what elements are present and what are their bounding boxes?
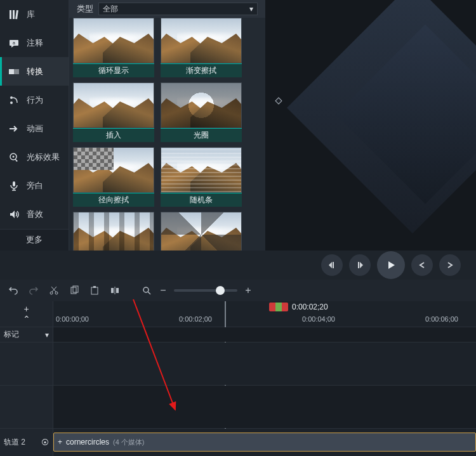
filter-label: 类型 bbox=[77, 3, 93, 15]
collapse-button[interactable]: ⌃ bbox=[23, 314, 30, 324]
sidebar-item-label: 行为 bbox=[27, 94, 43, 106]
svg-rect-2 bbox=[15, 10, 18, 18]
sidebar-item-annotation[interactable]: a 注释 bbox=[0, 29, 69, 57]
ruler-tick: 0:00:06;00 bbox=[425, 315, 458, 323]
library-icon bbox=[8, 8, 20, 21]
sidebar-item-label: 音效 bbox=[27, 209, 43, 220]
transition-item[interactable]: 插入 bbox=[73, 82, 154, 142]
next-frame-button[interactable] bbox=[349, 254, 371, 276]
animation-icon bbox=[8, 122, 20, 135]
transition-browser: 类型 全部 ▾ 循环显示 渐变擦拭 插入 光圈 径向擦拭 随机条 条带 轮子 bbox=[69, 0, 265, 251]
empty-track[interactable] bbox=[53, 386, 476, 428]
preview-canvas[interactable] bbox=[265, 0, 476, 251]
cursor-icon bbox=[8, 151, 20, 164]
ruler-tick: 0:00:04;00 bbox=[302, 315, 335, 323]
sidebar-item-label: 转换 bbox=[27, 66, 43, 77]
sidebar-more-label: 更多 bbox=[26, 234, 43, 245]
svg-rect-1 bbox=[13, 10, 15, 19]
track-label: 轨道 2 bbox=[4, 437, 25, 448]
track-head-empty bbox=[0, 386, 53, 428]
ruler-tick: 0:00:02;00 bbox=[179, 315, 212, 323]
transition-item[interactable]: 光圈 bbox=[161, 82, 242, 142]
transition-label: 插入 bbox=[73, 128, 154, 142]
marker-track[interactable] bbox=[53, 327, 476, 342]
timeline-clip[interactable]: + cornercircles (4 个媒体) bbox=[53, 433, 476, 452]
track-head-controls: + ⌃ bbox=[0, 301, 53, 327]
filter-dropdown[interactable]: 全部 ▾ bbox=[98, 3, 258, 15]
transition-grid: 循环显示 渐变擦拭 插入 光圈 径向擦拭 随机条 条带 轮子 bbox=[69, 18, 265, 251]
sidebar-item-animation[interactable]: 动画 bbox=[0, 114, 69, 143]
svg-point-8 bbox=[10, 101, 13, 104]
sidebar-item-audio[interactable]: 音效 bbox=[0, 200, 69, 228]
svg-rect-5 bbox=[9, 69, 14, 74]
next-clip-button[interactable] bbox=[439, 254, 461, 276]
track-2-body[interactable]: + cornercircles (4 个媒体) bbox=[53, 429, 476, 456]
svg-text:a: a bbox=[13, 41, 15, 45]
transition-item[interactable]: 渐变擦拭 bbox=[161, 18, 242, 77]
transition-item[interactable]: 条带 bbox=[73, 212, 154, 251]
track-2-head: 轨道 2 ⦿ bbox=[0, 429, 53, 456]
zoom-knob[interactable] bbox=[216, 286, 225, 295]
prev-frame-button[interactable] bbox=[321, 254, 343, 276]
timeline: + ⌃ 0:00:02;20 0:00:00;00 0:00:02;00 0:0… bbox=[0, 301, 476, 456]
clip-expand-icon[interactable]: + bbox=[58, 438, 62, 446]
track-head-empty bbox=[0, 342, 53, 385]
marker-track-head: 标记 ▾ bbox=[0, 327, 53, 342]
zoom-slider[interactable] bbox=[174, 289, 237, 292]
svg-rect-13 bbox=[358, 262, 359, 268]
svg-point-15 bbox=[55, 292, 58, 294]
undo-button[interactable] bbox=[8, 285, 19, 296]
svg-point-10 bbox=[13, 155, 15, 157]
sidebar: 库 a 注释 转换 行为 动画 光标效果 旁白 音效 bbox=[0, 0, 69, 251]
time-ruler[interactable]: 0:00:02;20 0:00:00;00 0:00:02;00 0:00:04… bbox=[53, 301, 476, 327]
ruler-tick: 0:00:00;00 bbox=[56, 315, 89, 323]
redo-button[interactable] bbox=[28, 285, 39, 296]
svg-point-7 bbox=[10, 96, 13, 99]
sidebar-item-transition[interactable]: 转换 bbox=[0, 57, 69, 86]
transition-item[interactable]: 循环显示 bbox=[73, 18, 154, 77]
svg-point-23 bbox=[143, 287, 149, 292]
split-button[interactable] bbox=[109, 285, 121, 296]
transition-item[interactable]: 随机条 bbox=[161, 147, 242, 207]
sidebar-item-library[interactable]: 库 bbox=[0, 0, 69, 29]
copy-button[interactable] bbox=[69, 285, 80, 296]
sidebar-item-behavior[interactable]: 行为 bbox=[0, 86, 69, 114]
svg-point-14 bbox=[50, 292, 53, 294]
transition-item[interactable]: 径向擦拭 bbox=[73, 147, 154, 207]
cut-button[interactable] bbox=[48, 285, 60, 296]
speaker-icon bbox=[8, 208, 20, 221]
microphone-icon bbox=[8, 179, 20, 192]
zoom-in-button[interactable]: + bbox=[242, 285, 254, 296]
sidebar-item-label: 动画 bbox=[27, 123, 43, 134]
sidebar-item-label: 光标效果 bbox=[27, 152, 60, 163]
chevron-down-icon[interactable]: ▾ bbox=[45, 330, 49, 339]
add-track-button[interactable]: + bbox=[23, 304, 29, 314]
sidebar-item-voice[interactable]: 旁白 bbox=[0, 171, 69, 200]
sidebar-more[interactable]: 更多 bbox=[0, 229, 69, 251]
timeline-toolbar: − + bbox=[0, 280, 476, 301]
transition-item[interactable]: 轮子 bbox=[161, 212, 242, 251]
clip-name: cornercircles bbox=[66, 438, 109, 446]
track-toggle-icon[interactable]: ⦿ bbox=[41, 438, 49, 447]
prev-clip-button[interactable] bbox=[411, 254, 433, 276]
paste-button[interactable] bbox=[89, 285, 100, 296]
behavior-icon bbox=[8, 94, 20, 107]
svg-rect-6 bbox=[14, 69, 19, 74]
svg-rect-0 bbox=[10, 10, 11, 19]
marker-label: 标记 bbox=[4, 329, 19, 340]
transition-label: 渐变擦拭 bbox=[161, 63, 242, 77]
svg-rect-20 bbox=[111, 288, 114, 293]
search-icon[interactable] bbox=[141, 285, 152, 296]
annotation-icon: a bbox=[8, 37, 20, 49]
svg-rect-19 bbox=[93, 286, 96, 288]
transition-icon bbox=[8, 65, 20, 78]
play-button[interactable] bbox=[377, 251, 405, 279]
playhead[interactable] bbox=[269, 303, 288, 314]
empty-track[interactable] bbox=[53, 342, 476, 385]
sidebar-item-label: 库 bbox=[27, 9, 35, 20]
transition-label: 光圈 bbox=[161, 128, 242, 142]
browser-filter-bar: 类型 全部 ▾ bbox=[69, 0, 265, 18]
canvas-handle[interactable] bbox=[275, 97, 282, 104]
sidebar-item-cursor[interactable]: 光标效果 bbox=[0, 143, 69, 171]
zoom-out-button[interactable]: − bbox=[157, 285, 169, 296]
